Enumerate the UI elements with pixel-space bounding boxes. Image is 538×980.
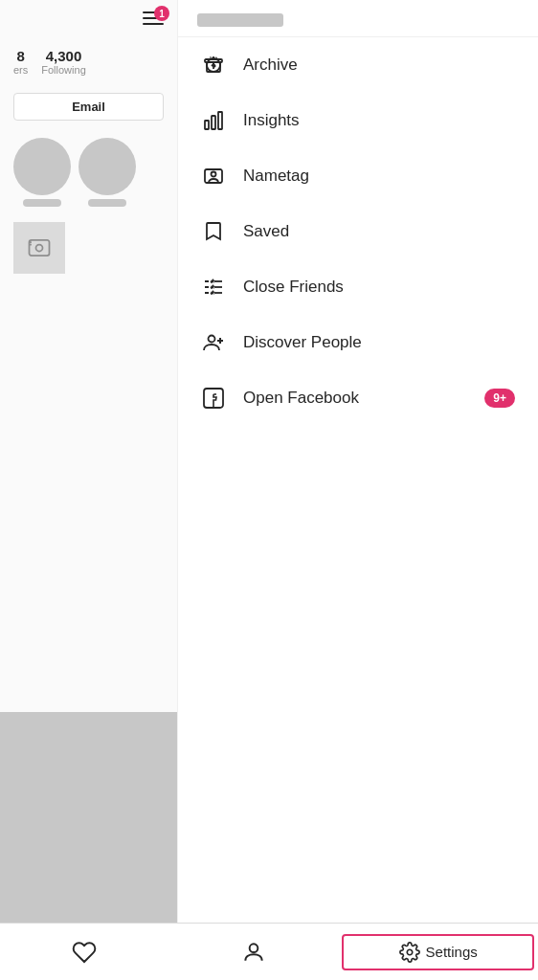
menu-header [178, 0, 538, 37]
menu-item-saved[interactable]: Saved [178, 204, 538, 259]
followers-stat: 8 ers [13, 48, 28, 76]
profile-stats: 8 ers 4,300 Following [0, 40, 177, 83]
settings-nav-item[interactable]: Settings [342, 934, 534, 970]
archive-label: Archive [243, 56, 298, 75]
avatar-item-1 [13, 138, 71, 207]
email-button[interactable]: Email [13, 93, 164, 121]
svg-rect-3 [205, 121, 209, 129]
svg-point-7 [212, 172, 216, 177]
discover-people-label: Discover People [243, 333, 362, 352]
following-count: 4,300 [41, 48, 85, 64]
hamburger-button[interactable]: 1 [143, 11, 164, 25]
menu-item-insights[interactable]: Insights [178, 93, 538, 148]
notification-badge: 1 [154, 6, 169, 21]
followers-count: 8 [13, 48, 28, 64]
heart-icon [72, 940, 97, 965]
svg-point-14 [209, 336, 215, 343]
menu-header-bar [197, 13, 283, 27]
followers-label: ers [13, 64, 28, 76]
archive-icon [201, 53, 226, 78]
settings-label: Settings [426, 944, 478, 960]
dropdown-menu: Archive Insights Nametag [177, 0, 538, 923]
avatar-item-2 [78, 138, 136, 207]
svg-rect-0 [30, 240, 50, 256]
following-label: Following [41, 64, 85, 76]
nav-profile[interactable] [169, 940, 339, 965]
avatar-name-2 [88, 199, 126, 207]
saved-icon [201, 219, 226, 244]
settings-icon [399, 942, 420, 963]
menu-item-discover-people[interactable]: Discover People [178, 315, 538, 370]
insights-icon [201, 108, 226, 133]
avatar-image-2 [78, 138, 136, 195]
avatar-name-1 [23, 199, 61, 207]
close-friends-label: Close Friends [243, 278, 344, 297]
svg-text:★: ★ [210, 289, 215, 296]
nametag-label: Nametag [243, 167, 309, 186]
insights-label: Insights [243, 111, 300, 130]
bottom-nav: Settings [0, 923, 538, 980]
svg-point-1 [36, 245, 43, 252]
facebook-badge: 9+ [484, 389, 515, 408]
photo-placeholder [13, 222, 65, 274]
nametag-icon [201, 164, 226, 189]
svg-point-17 [407, 949, 413, 955]
top-bar: 1 [0, 0, 177, 36]
avatar-row [0, 130, 177, 214]
nav-heart[interactable] [0, 940, 169, 965]
svg-rect-4 [212, 116, 215, 129]
facebook-icon [201, 386, 226, 411]
svg-rect-5 [218, 112, 222, 129]
discover-people-icon [201, 330, 226, 355]
menu-item-nametag[interactable]: Nametag [178, 148, 538, 204]
profile-panel: 1 8 ers 4,300 Following Email [0, 0, 177, 980]
menu-item-open-facebook[interactable]: Open Facebook 9+ [178, 370, 538, 426]
photo-icon [26, 234, 53, 261]
profile-icon [241, 940, 266, 965]
menu-item-archive[interactable]: Archive [178, 37, 538, 93]
saved-label: Saved [243, 222, 289, 241]
menu-item-close-friends[interactable]: ★ ★ ★ Close Friends [178, 259, 538, 315]
open-facebook-label: Open Facebook [243, 389, 359, 408]
avatar-image-1 [13, 138, 71, 195]
following-stat: 4,300 Following [41, 48, 85, 76]
close-friends-icon: ★ ★ ★ [201, 275, 226, 300]
svg-point-16 [250, 944, 258, 952]
photo-grid [0, 712, 177, 923]
